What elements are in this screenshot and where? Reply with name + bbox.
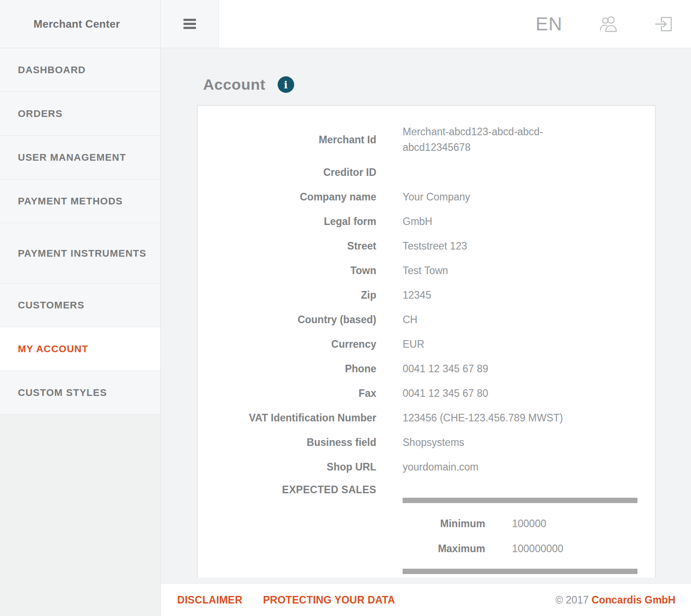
field-row-town: Town Test Town [198,258,638,283]
users-icon[interactable] [598,15,619,33]
field-value: 123456 (CHE-123.456.789 MWST) [403,410,577,426]
minimum-label: Minimum [403,518,485,530]
field-row-fax: Fax 0041 12 345 67 80 [198,381,638,406]
field-value: 0041 12 345 67 89 [403,361,577,377]
field-value: EUR [403,337,577,352]
divider-bar [403,498,637,503]
field-row-country: Country (based) CH [198,308,638,332]
expected-sales-body: Minimum 100000 Maximum 100000000 [403,479,637,574]
field-label: Town [198,265,376,277]
field-value: CH [403,312,577,328]
sidebar-item-customers[interactable]: CUSTOMERS [0,283,160,327]
app-title: Merchant Center [33,18,120,30]
main-content: Account i Merchant Id Merchant-abcd123-a… [161,48,691,583]
field-row-creditor-id: Creditor ID [198,160,638,185]
field-row-phone: Phone 0041 12 345 67 89 [198,357,638,381]
field-value: 12345 [403,287,577,303]
page-heading: Account i [203,76,691,93]
field-label: Creditor ID [198,166,376,179]
field-value: 0041 12 345 67 80 [403,386,577,401]
sidebar-item-payment-instruments[interactable]: PAYMENT INSTRUMENTS [0,223,160,283]
copyright-year: © 2017 [555,594,589,606]
field-value: Shopsystems [403,435,577,450]
field-label: Zip [198,289,376,301]
field-value: Teststreet 123 [403,238,577,254]
expected-sales-section: EXPECTED SALES Minimum 100000 Maximum 10… [198,479,638,574]
field-value: yourdomain.com [403,459,577,475]
menu-toggle-cell [161,0,219,48]
minimum-value: 100000 [512,518,637,530]
field-label: Legal form [198,216,376,228]
app-brand: Merchant Center [0,0,161,48]
expected-sales-maximum-row: Maximum 100000000 [403,536,637,561]
logout-icon[interactable] [654,15,673,33]
account-details-card: Merchant Id Merchant-abcd123-abcd-abcd-a… [197,105,656,578]
expected-sales-grid: Minimum 100000 Maximum 100000000 [403,511,637,561]
field-label: Company name [198,191,376,203]
disclaimer-link[interactable]: DISCLAIMER [177,594,242,606]
field-value: Merchant-abcd123-abcd-abcd-abcd12345678 [403,124,577,155]
field-label: VAT Identification Number [198,412,376,424]
field-row-vat-number: VAT Identification Number 123456 (CHE-12… [198,406,638,430]
field-label: Shop URL [198,461,376,473]
field-label: Fax [198,387,376,400]
field-value: Test Town [403,263,577,279]
page-title: Account [203,76,266,93]
sidebar-item-payment-methods[interactable]: PAYMENT METHODS [0,179,160,223]
sidebar-nav: DASHBOARD ORDERS USER MANAGEMENT PAYMENT… [0,48,161,616]
language-selector[interactable]: EN [536,13,562,35]
field-row-merchant-id: Merchant Id Merchant-abcd123-abcd-abcd-a… [198,119,638,160]
protecting-your-data-link[interactable]: PROTECTING YOUR DATA [263,594,395,606]
field-row-currency: Currency EUR [198,332,638,357]
sidebar-item-orders[interactable]: ORDERS [0,92,160,136]
footer: DISCLAIMER PROTECTING YOUR DATA © 2017 C… [161,583,691,616]
field-label: Phone [198,363,376,375]
field-value: Your Company [403,189,577,205]
sidebar-item-dashboard[interactable]: DASHBOARD [0,48,160,92]
copyright-text: © 2017 Concardis GmbH [555,594,675,606]
divider-bar [403,569,637,574]
sidebar-item-custom-styles[interactable]: CUSTOM STYLES [0,371,160,415]
sidebar-item-my-account[interactable]: MY ACCOUNT [0,327,160,371]
field-row-shop-url: Shop URL yourdomain.com [198,455,638,479]
field-label: Merchant Id [198,134,376,146]
field-row-street: Street Teststreet 123 [198,234,638,258]
hamburger-menu-icon[interactable] [183,19,196,29]
field-label: Business field [198,437,376,449]
field-label: Street [198,240,376,252]
info-icon[interactable]: i [278,76,294,93]
field-label: Currency [198,338,376,350]
expected-sales-minimum-row: Minimum 100000 [403,511,637,536]
field-label: Country (based) [198,314,376,326]
field-value: GmbH [403,214,577,229]
field-row-zip: Zip 12345 [198,283,638,308]
field-row-legal-form: Legal form GmbH [198,209,638,234]
expected-sales-label: EXPECTED SALES [198,479,376,496]
maximum-label: Maximum [403,543,485,555]
sidebar-item-user-management[interactable]: USER MANAGEMENT [0,136,160,179]
merchant-center-app: Merchant Center EN DASHBOARD ORDERS [0,0,691,616]
header-bar: EN [219,0,691,48]
maximum-value: 100000000 [512,543,637,555]
company-link[interactable]: Concardis GmbH [591,594,675,606]
field-row-business-field: Business field Shopsystems [198,430,638,455]
field-row-company-name: Company name Your Company [198,185,638,209]
